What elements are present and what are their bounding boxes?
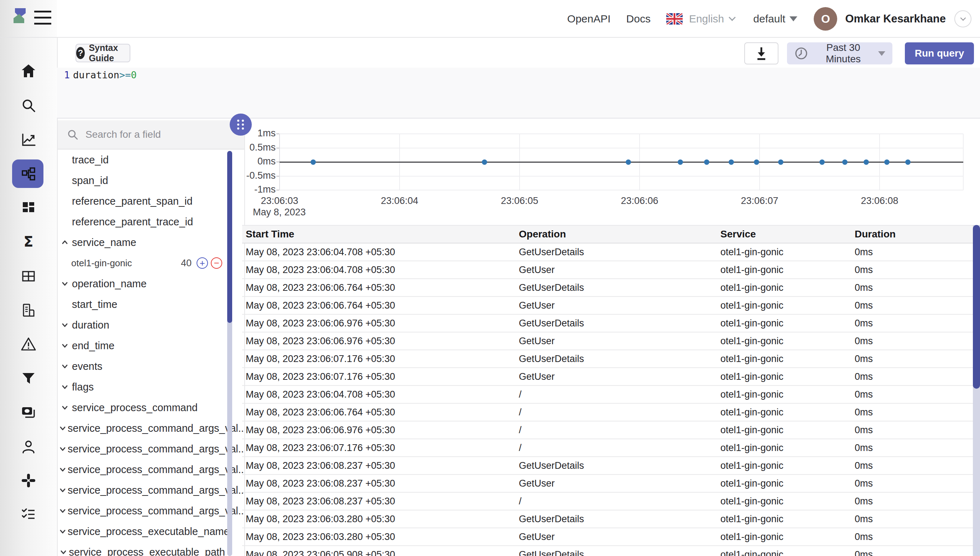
table-row[interactable]: May 08, 2023 23:06:03.280 +05:30GetUsero… (242, 528, 973, 546)
field-item-service_name[interactable]: service_name (58, 232, 225, 253)
table-scrollbar-thumb[interactable] (973, 225, 980, 389)
table-row[interactable]: May 08, 2023 23:06:06.976 +05:30/otel1-g… (242, 422, 973, 439)
cell-operation: GetUserDetails (515, 549, 717, 556)
sidebar-item-tasks[interactable] (0, 499, 57, 530)
cell-start-time: May 08, 2023 23:06:07.176 +05:30 (242, 443, 515, 454)
table-row[interactable]: May 08, 2023 23:06:06.976 +05:30GetUserD… (242, 315, 973, 333)
run-query-button[interactable]: Run query (905, 42, 974, 65)
sidebar-item-search[interactable] (0, 90, 57, 121)
cell-duration: 0ms (851, 496, 973, 507)
cell-duration: 0ms (851, 300, 973, 311)
field-item-operation_name[interactable]: operation_name (58, 273, 225, 294)
table-row[interactable]: May 08, 2023 23:06:04.708 +05:30/otel1-g… (242, 386, 973, 404)
user-menu-button[interactable] (954, 10, 972, 27)
table-row[interactable]: May 08, 2023 23:06:06.764 +05:30GetUserD… (242, 279, 973, 297)
cell-start-time: May 08, 2023 23:06:06.976 +05:30 (242, 336, 515, 347)
sidebar-item-users[interactable] (0, 432, 57, 462)
table-row[interactable]: May 08, 2023 23:06:06.764 +05:30GetUsero… (242, 297, 973, 315)
include-filter-button[interactable]: + (197, 257, 208, 269)
field-item-events[interactable]: events (58, 356, 225, 377)
cell-service: otel1-gin-gonic (717, 318, 851, 329)
sidebar-item-pipelines[interactable] (0, 363, 57, 394)
avatar[interactable]: O (814, 7, 837, 31)
sidebar-item-organizations[interactable] (0, 295, 57, 326)
sidebar-item-slack[interactable] (0, 465, 57, 496)
field-item-duration[interactable]: duration (58, 315, 225, 335)
field-item-service_process_command_args_val[interactable]: service_process_command_args_val... (58, 438, 225, 459)
nav-link-openapi[interactable]: OpenAPI (567, 13, 611, 25)
chevron-down-icon (58, 527, 68, 536)
table-row[interactable]: May 08, 2023 23:06:04.708 +05:30GetUserD… (242, 244, 973, 261)
table-row[interactable]: May 08, 2023 23:06:07.176 +05:30/otel1-g… (242, 439, 973, 457)
field-value-item[interactable]: otel1-gin-gonic40+− (58, 253, 225, 273)
field-search-input[interactable]: Search for a field (58, 120, 244, 149)
language-selector[interactable]: English (666, 13, 735, 25)
time-range-selector[interactable]: Past 30 Minutes (787, 42, 893, 65)
field-item-span_id[interactable]: span_id (58, 170, 225, 191)
cell-service: otel1-gin-gonic (717, 460, 851, 471)
table-row[interactable]: May 08, 2023 23:06:08.237 +05:30GetUserD… (242, 457, 973, 475)
nav-link-docs[interactable]: Docs (626, 13, 651, 25)
chevron-up-icon (60, 238, 70, 247)
sidebar-item-traces[interactable] (0, 158, 57, 189)
data-point (626, 160, 631, 165)
data-point (482, 160, 487, 165)
table-row[interactable]: May 08, 2023 23:06:07.176 +05:30GetUsero… (242, 368, 973, 386)
table-row[interactable]: May 08, 2023 23:06:06.764 +05:30/otel1-g… (242, 404, 973, 422)
gridline-h (280, 190, 963, 191)
field-item-end_time[interactable]: end_time (58, 335, 225, 356)
table-row[interactable]: May 08, 2023 23:06:06.976 +05:30GetUsero… (242, 333, 973, 350)
fields-scrollbar-track[interactable] (227, 151, 232, 556)
sidebar-item-streams[interactable] (0, 261, 57, 291)
table-row[interactable]: May 08, 2023 23:06:04.708 +05:30GetUsero… (242, 261, 973, 279)
syntax-guide-label: Syntax Guide (89, 43, 129, 63)
sidebar-item-home[interactable] (0, 56, 57, 87)
cell-service: otel1-gin-gonic (717, 265, 851, 275)
table-row[interactable]: May 08, 2023 23:06:08.237 +05:30/otel1-g… (242, 493, 973, 511)
field-item-service_process_command_args_val[interactable]: service_process_command_args_val... (58, 418, 225, 438)
fields-scrollbar-thumb[interactable] (227, 151, 232, 323)
field-item-service_process_command_args_val[interactable]: service_process_command_args_val... (58, 501, 225, 521)
field-item-reference_parent_trace_id[interactable]: reference_parent_trace_id (58, 212, 225, 232)
download-results-button[interactable] (744, 42, 778, 65)
app-logo[interactable] (10, 7, 29, 26)
table-row[interactable]: May 08, 2023 23:06:03.280 +05:30GetUserD… (242, 511, 973, 528)
field-item-service_process_executable_path[interactable]: service_process_executable_path (58, 542, 225, 556)
cell-duration: 0ms (851, 265, 973, 275)
field-label: reference_parent_span_id (72, 196, 192, 207)
query-editor[interactable]: 1 duration>=0 (57, 68, 980, 118)
organization-selector[interactable]: default (753, 13, 797, 25)
field-item-service_process_command_args_val[interactable]: service_process_command_args_val... (58, 480, 225, 501)
metrics-icon (20, 131, 37, 148)
sidebar-item-alerts[interactable] (0, 329, 57, 359)
cell-duration: 0ms (851, 389, 973, 400)
field-item-trace_id[interactable]: trace_id (58, 149, 225, 170)
cell-operation: GetUser (515, 371, 717, 382)
field-item-reference_parent_span_id[interactable]: reference_parent_span_id (58, 191, 225, 212)
menu-toggle-icon[interactable] (34, 11, 52, 26)
sidebar-item-dashboards[interactable] (0, 192, 57, 223)
field-item-service_process_executable_name[interactable]: service_process_executable_name (58, 521, 225, 542)
table-row[interactable]: May 08, 2023 23:06:08.237 +05:30GetUsero… (242, 475, 973, 493)
field-item-service_process_command[interactable]: service_process_command (58, 397, 225, 418)
syntax-guide-button[interactable]: ? Syntax Guide (76, 44, 130, 62)
field-item-start_time[interactable]: start_time (58, 294, 225, 315)
chevron-down-icon (960, 15, 966, 21)
users-icon (20, 438, 37, 455)
sidebar-item-reports[interactable] (0, 397, 57, 428)
cell-start-time: May 08, 2023 23:06:07.176 +05:30 (242, 354, 515, 365)
field-item-flags[interactable]: flags (58, 377, 225, 397)
sidebar-item-metrics[interactable] (0, 124, 57, 155)
chevron-down-icon (58, 444, 68, 454)
exclude-filter-button[interactable]: − (211, 257, 222, 269)
field-label: duration (72, 319, 109, 331)
panel-resize-handle[interactable] (230, 113, 252, 136)
column-header-operation: Operation (515, 228, 717, 240)
cell-service: otel1-gin-gonic (717, 300, 851, 311)
field-item-service_process_command_args_val[interactable]: service_process_command_args_val... (58, 459, 225, 480)
data-point (754, 160, 759, 165)
sidebar-item-functions[interactable]: Σ (0, 227, 57, 257)
table-row[interactable]: May 08, 2023 23:06:07.176 +05:30GetUserD… (242, 350, 973, 368)
table-row[interactable]: May 08, 2023 23:06:05.908 +05:30GetUserD… (242, 546, 973, 556)
field-label: service_process_executable_path (69, 546, 225, 556)
